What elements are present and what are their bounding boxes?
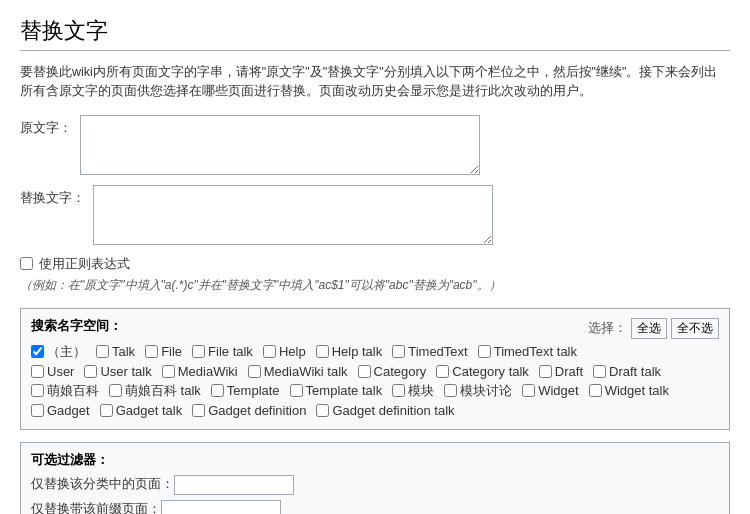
regex-checkbox[interactable] [20, 257, 33, 270]
namespace-item: Draft talk [593, 364, 661, 379]
ns-category-label[interactable]: Category [374, 364, 427, 379]
ns-mediawiki-checkbox[interactable] [162, 365, 175, 378]
ns-gadget-talk-label[interactable]: Gadget talk [116, 403, 183, 418]
ns-main-label[interactable]: （主） [47, 343, 86, 361]
ns-mediawiki-label[interactable]: MediaWiki [178, 364, 238, 379]
ns-talk-checkbox[interactable] [96, 345, 109, 358]
ns-help-talk-checkbox[interactable] [316, 345, 329, 358]
replace-label: 替换文字： [20, 185, 93, 207]
ns-help-checkbox[interactable] [263, 345, 276, 358]
ns-template-talk-checkbox[interactable] [290, 384, 303, 397]
deselect-all-button[interactable]: 全不选 [671, 318, 719, 339]
namespace-rows: （主）TalkFileFile talkHelpHelp talkTimedTe… [31, 343, 719, 421]
namespace-row: UserUser talkMediaWikiMediaWiki talkCate… [31, 364, 719, 382]
ns-gadget-def-talk-label[interactable]: Gadget definition talk [332, 403, 454, 418]
namespace-item: 萌娘百科 [31, 382, 99, 400]
page-title: 替换文字 [20, 16, 730, 51]
namespace-section: 搜索名字空间： 选择： 全选 全不选 （主）TalkFileFile talkH… [20, 308, 730, 430]
namespace-item: Help talk [316, 344, 383, 359]
ns-widget-checkbox[interactable] [522, 384, 535, 397]
ns-module-talk-label[interactable]: 模块讨论 [460, 382, 512, 400]
ns-gadget-def-talk-checkbox[interactable] [316, 404, 329, 417]
ns-baike-label[interactable]: 萌娘百科 [47, 382, 99, 400]
ns-draft-label[interactable]: Draft [555, 364, 583, 379]
prefix-filter-input[interactable] [161, 500, 281, 515]
ns-draft-talk-label[interactable]: Draft talk [609, 364, 661, 379]
ns-timedtext-label[interactable]: TimedText [408, 344, 467, 359]
namespace-item: Gadget talk [100, 403, 183, 418]
ns-gadget-def-checkbox[interactable] [192, 404, 205, 417]
namespace-item: User talk [84, 364, 151, 379]
namespace-item: （主） [31, 343, 86, 361]
ns-template-label[interactable]: Template [227, 383, 280, 398]
ns-mediawiki-talk-checkbox[interactable] [248, 365, 261, 378]
ns-timedtext-talk-label[interactable]: TimedText talk [494, 344, 577, 359]
ns-baike-checkbox[interactable] [31, 384, 44, 397]
category-filter-row: 仅替换该分类中的页面： [31, 475, 719, 495]
ns-file-checkbox[interactable] [145, 345, 158, 358]
filter-title: 可选过滤器： [31, 451, 719, 469]
ns-file-label[interactable]: File [161, 344, 182, 359]
ns-file-talk-label[interactable]: File talk [208, 344, 253, 359]
category-filter-input[interactable] [174, 475, 294, 495]
ns-talk-label[interactable]: Talk [112, 344, 135, 359]
ns-template-checkbox[interactable] [211, 384, 224, 397]
ns-draft-talk-checkbox[interactable] [593, 365, 606, 378]
namespace-item: Talk [96, 344, 135, 359]
ns-user-talk-checkbox[interactable] [84, 365, 97, 378]
namespace-item: File talk [192, 344, 253, 359]
ns-help-label[interactable]: Help [279, 344, 306, 359]
original-field-row: 原文字： [20, 115, 730, 175]
ns-gadget-checkbox[interactable] [31, 404, 44, 417]
namespace-item: Gadget definition [192, 403, 306, 418]
ns-baike-talk-checkbox[interactable] [109, 384, 122, 397]
ns-gadget-talk-checkbox[interactable] [100, 404, 113, 417]
ns-file-talk-checkbox[interactable] [192, 345, 205, 358]
ns-category-checkbox[interactable] [358, 365, 371, 378]
select-label: 选择： [588, 320, 627, 337]
namespace-item: MediaWiki talk [248, 364, 348, 379]
replace-textarea[interactable] [93, 185, 493, 245]
namespace-item: File [145, 344, 182, 359]
ns-gadget-def-label[interactable]: Gadget definition [208, 403, 306, 418]
ns-user-checkbox[interactable] [31, 365, 44, 378]
prefix-filter-row: 仅替换带该前缀页面： [31, 500, 719, 515]
ns-module-talk-checkbox[interactable] [444, 384, 457, 397]
ns-template-talk-label[interactable]: Template talk [306, 383, 383, 398]
ns-widget-label[interactable]: Widget [538, 383, 578, 398]
ns-timedtext-checkbox[interactable] [392, 345, 405, 358]
ns-draft-checkbox[interactable] [539, 365, 552, 378]
namespace-item: Widget [522, 383, 578, 398]
replace-field-row: 替换文字： [20, 185, 730, 245]
regex-label[interactable]: 使用正则表达式 [39, 255, 130, 273]
category-filter-label: 仅替换该分类中的页面： [31, 476, 174, 493]
ns-category-talk-label[interactable]: Category talk [452, 364, 529, 379]
namespace-item: Category talk [436, 364, 529, 379]
namespace-item: User [31, 364, 74, 379]
select-all-button[interactable]: 全选 [631, 318, 667, 339]
namespace-item: Draft [539, 364, 583, 379]
ns-category-talk-checkbox[interactable] [436, 365, 449, 378]
filter-section: 可选过滤器： 仅替换该分类中的页面： 仅替换带该前缀页面： [20, 442, 730, 515]
regex-hint: （例如：在"原文字"中填入"a(.*)c"并在"替换文字"中填入"ac$1"可以… [20, 277, 730, 294]
ns-timedtext-talk-checkbox[interactable] [478, 345, 491, 358]
ns-gadget-label[interactable]: Gadget [47, 403, 90, 418]
ns-main-checkbox[interactable] [31, 345, 44, 358]
namespace-item: Gadget definition talk [316, 403, 454, 418]
ns-user-talk-label[interactable]: User talk [100, 364, 151, 379]
ns-module-label[interactable]: 模块 [408, 382, 434, 400]
namespace-title: 搜索名字空间： [31, 317, 122, 335]
ns-module-checkbox[interactable] [392, 384, 405, 397]
ns-user-label[interactable]: User [47, 364, 74, 379]
namespace-item: 萌娘百科 talk [109, 382, 201, 400]
namespace-item: MediaWiki [162, 364, 238, 379]
namespace-item: Help [263, 344, 306, 359]
ns-baike-talk-label[interactable]: 萌娘百科 talk [125, 382, 201, 400]
namespace-row: GadgetGadget talkGadget definitionGadget… [31, 403, 719, 421]
ns-widget-talk-checkbox[interactable] [589, 384, 602, 397]
ns-mediawiki-talk-label[interactable]: MediaWiki talk [264, 364, 348, 379]
ns-widget-talk-label[interactable]: Widget talk [605, 383, 669, 398]
ns-help-talk-label[interactable]: Help talk [332, 344, 383, 359]
namespace-item: TimedText talk [478, 344, 577, 359]
original-textarea[interactable] [80, 115, 480, 175]
